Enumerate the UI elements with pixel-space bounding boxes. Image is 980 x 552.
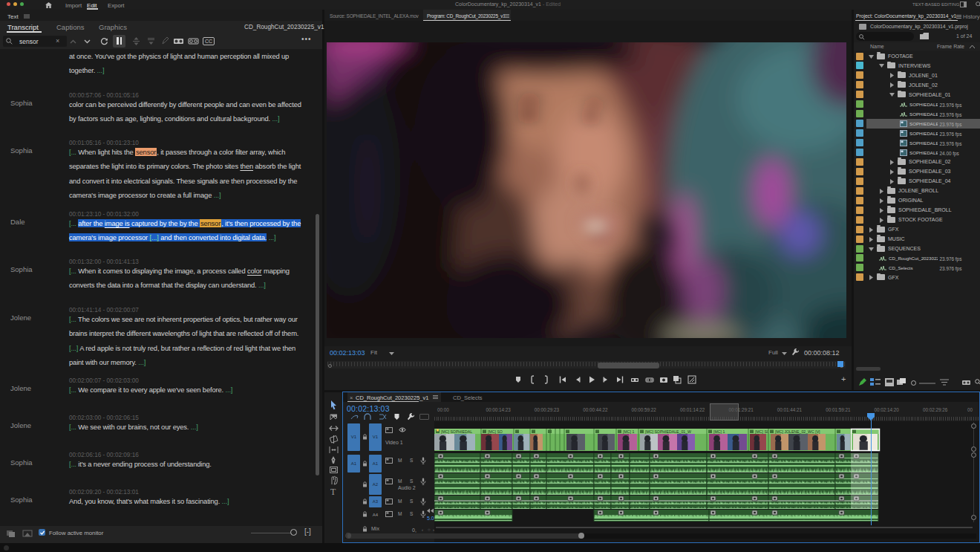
svg-text:[MC] 1: [MC] 1 xyxy=(713,429,725,434)
svg-text:[MC] SOPHIEDAL: [MC] SOPHIEDAL xyxy=(441,429,472,434)
svg-text:[MC] SOPHIEDALE_01_W: [MC] SOPHIEDALE_01_W xyxy=(645,429,691,434)
svg-text:[MC] 1: [MC] 1 xyxy=(623,429,634,434)
svg-text:T: T xyxy=(330,487,336,496)
svg-text:[MC] SO: [MC] SO xyxy=(488,429,503,434)
svg-text:[MC] JOLENE_02_WC [V]: [MC] JOLENE_02_WC [V] xyxy=(775,429,820,434)
